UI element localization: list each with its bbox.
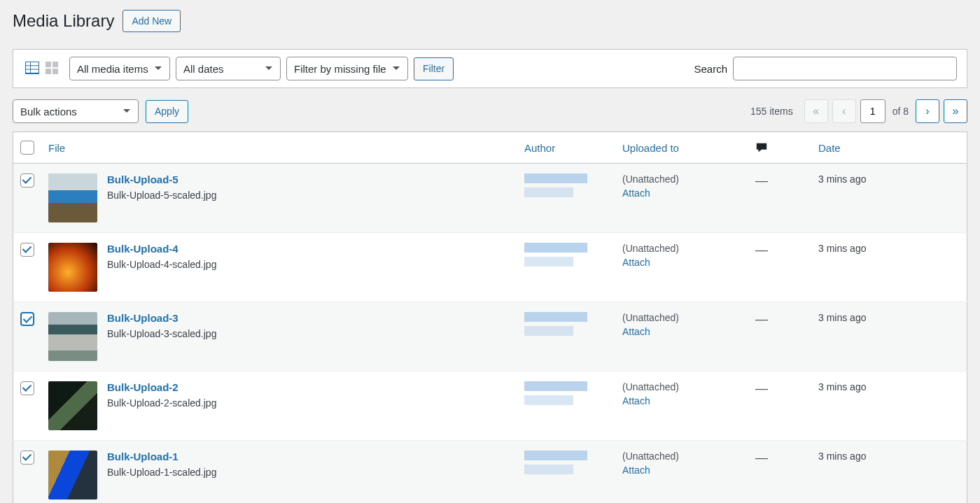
file-name: Bulk-Upload-5-scaled.jpg [107, 190, 216, 201]
col-file[interactable]: File [48, 142, 65, 154]
svg-rect-1 [26, 62, 30, 65]
next-page-button[interactable]: › [916, 99, 939, 123]
table-row: Bulk-Upload-3Bulk-Upload-3-scaled.jpg(Un… [13, 302, 967, 371]
prev-page-button[interactable]: ‹ [832, 99, 856, 123]
attach-link[interactable]: Attach [622, 187, 741, 199]
comments-count: — [755, 312, 768, 326]
comments-count: — [755, 451, 768, 465]
author-redacted [524, 451, 587, 460]
filter-bar: All media items All dates Filter by miss… [13, 49, 967, 88]
col-uploaded-to[interactable]: Uploaded to [622, 142, 679, 154]
comments-icon[interactable] [755, 141, 804, 154]
file-name: Bulk-Upload-4-scaled.jpg [107, 259, 216, 270]
row-checkbox[interactable] [20, 243, 34, 257]
table-row: Bulk-Upload-4Bulk-Upload-4-scaled.jpg(Un… [13, 233, 967, 302]
attach-link[interactable]: Attach [622, 465, 741, 476]
attach-link[interactable]: Attach [622, 326, 741, 337]
file-title-link[interactable]: Bulk-Upload-3 [107, 312, 216, 324]
svg-rect-8 [52, 62, 58, 67]
author-redacted [524, 381, 587, 391]
row-checkbox[interactable] [20, 173, 34, 187]
row-checkbox[interactable] [20, 312, 34, 326]
table-row: Bulk-Upload-2Bulk-Upload-2-scaled.jpg(Un… [13, 371, 967, 441]
svg-rect-3 [26, 66, 30, 69]
thumbnail[interactable] [48, 173, 97, 222]
search-label: Search [694, 63, 727, 75]
file-name: Bulk-Upload-1-scaled.jpg [107, 467, 216, 478]
list-icon [24, 59, 41, 78]
svg-rect-10 [52, 69, 58, 74]
author-redacted [524, 465, 573, 474]
file-title-link[interactable]: Bulk-Upload-2 [107, 381, 216, 393]
table-row: Bulk-Upload-5Bulk-Upload-5-scaled.jpg(Un… [13, 164, 967, 233]
svg-rect-7 [46, 62, 51, 67]
date-value: 3 mins ago [818, 312, 866, 323]
missing-file-select[interactable]: Filter by missing file [286, 57, 408, 80]
double-chevron-right-icon: » [953, 105, 959, 118]
grid-icon [43, 59, 60, 78]
comments-count: — [755, 381, 768, 395]
file-title-link[interactable]: Bulk-Upload-1 [107, 451, 216, 462]
add-new-button[interactable]: Add New [122, 10, 181, 32]
bulk-actions-select[interactable]: Bulk actions [13, 99, 139, 123]
author-redacted [524, 395, 573, 405]
row-checkbox[interactable] [20, 381, 34, 395]
thumbnail[interactable] [48, 451, 97, 500]
svg-rect-2 [31, 62, 38, 65]
search-input[interactable] [733, 57, 957, 80]
uploaded-to-status: (Unattached) [622, 243, 741, 254]
first-page-button[interactable]: « [804, 99, 828, 123]
col-author[interactable]: Author [524, 142, 555, 154]
col-date[interactable]: Date [818, 142, 841, 154]
items-count: 155 items [750, 106, 793, 117]
current-page-input[interactable] [860, 99, 886, 123]
svg-rect-9 [46, 69, 51, 74]
row-checkbox[interactable] [20, 451, 34, 465]
date-value: 3 mins ago [818, 243, 866, 254]
table-row: Bulk-Upload-1Bulk-Upload-1-scaled.jpg(Un… [13, 441, 967, 503]
author-redacted [524, 326, 573, 336]
author-redacted [524, 187, 573, 197]
uploaded-to-status: (Unattached) [622, 381, 741, 392]
page-of-text: of 8 [890, 106, 911, 117]
double-chevron-left-icon: « [813, 105, 819, 118]
chevron-right-icon: › [925, 105, 929, 118]
thumbnail[interactable] [48, 381, 97, 430]
filter-button[interactable]: Filter [414, 57, 454, 80]
svg-rect-4 [31, 66, 38, 69]
page-title: Media Library [13, 11, 114, 31]
thumbnail[interactable] [48, 312, 97, 361]
uploaded-to-status: (Unattached) [622, 173, 741, 185]
uploaded-to-status: (Unattached) [622, 312, 741, 323]
file-name: Bulk-Upload-2-scaled.jpg [107, 397, 216, 409]
date-select[interactable]: All dates [176, 57, 281, 80]
author-redacted [524, 257, 573, 267]
media-table: File Author Uploaded to Date Bulk-Upload… [13, 132, 967, 503]
chevron-left-icon: ‹ [842, 105, 846, 118]
author-redacted [524, 312, 587, 322]
uploaded-to-status: (Unattached) [622, 451, 741, 462]
attach-link[interactable]: Attach [622, 395, 741, 406]
grid-view-button[interactable] [43, 59, 61, 78]
media-type-select[interactable]: All media items [69, 57, 170, 80]
comments-count: — [755, 243, 768, 257]
author-redacted [524, 243, 587, 253]
date-value: 3 mins ago [818, 381, 866, 392]
last-page-button[interactable]: » [944, 99, 967, 123]
author-redacted [524, 173, 587, 183]
thumbnail[interactable] [48, 243, 97, 292]
apply-button[interactable]: Apply [146, 100, 188, 122]
svg-rect-6 [31, 69, 38, 72]
list-view-button[interactable] [23, 59, 41, 78]
attach-link[interactable]: Attach [622, 257, 741, 268]
comments-count: — [755, 173, 768, 187]
file-title-link[interactable]: Bulk-Upload-4 [107, 243, 216, 255]
date-value: 3 mins ago [818, 451, 866, 462]
select-all-checkbox[interactable] [20, 141, 34, 155]
date-value: 3 mins ago [818, 173, 866, 185]
file-name: Bulk-Upload-3-scaled.jpg [107, 328, 216, 339]
file-title-link[interactable]: Bulk-Upload-5 [107, 173, 216, 185]
svg-rect-5 [26, 69, 30, 72]
